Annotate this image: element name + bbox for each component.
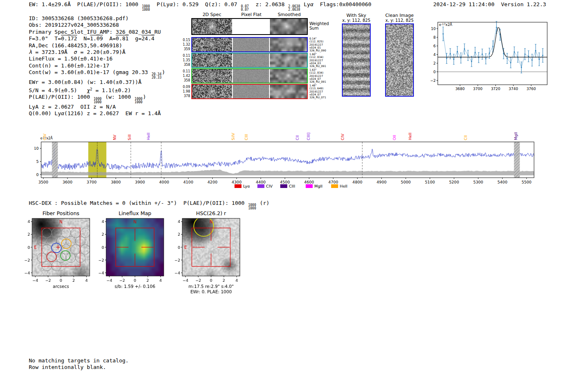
spec2d-weighted-strip (191, 18, 308, 35)
spec2d-row-strip (191, 68, 308, 84)
svg-text:3700: 3700 (87, 180, 97, 184)
svg-text:−4: −4 (33, 278, 38, 283)
svg-text:5000: 5000 (401, 180, 411, 184)
info-line: ID: 3005336268 (3005336268.pdf) (29, 15, 165, 22)
svg-text:−2: −2 (119, 278, 125, 283)
svg-text:2: 2 (146, 278, 149, 283)
svg-text:NV: NV (112, 135, 117, 140)
cleanimage-image (386, 24, 413, 96)
svg-text:CIV: CIV (266, 184, 273, 188)
spec2d-smoothed-image (270, 53, 307, 67)
svg-text:−2: −2 (195, 278, 201, 283)
version-label: Version 1.22.3 (501, 1, 546, 7)
svg-text:2: 2 (223, 278, 225, 283)
spec2d-pixelflat-image (233, 38, 269, 51)
svg-text:4200: 4200 (207, 180, 217, 184)
spec2d-2d-image (192, 38, 232, 51)
svg-text:5400: 5400 (497, 180, 507, 184)
svg-text:CIII]: CIII] (306, 132, 311, 140)
info-line: LineFlux = 1.50(±0.41)e-16 (29, 56, 165, 62)
spec2d-2d-image (192, 69, 232, 83)
svg-text:s/b: 1.59 +/- 0.106: s/b: 1.59 +/- 0.106 (115, 284, 156, 289)
spec2d-smoothed-image (270, 38, 307, 51)
spec2d-row-scale-labels: 0.091.98378 (177, 85, 190, 98)
svg-text:5200: 5200 (449, 180, 459, 184)
svg-text:arcsecs: arcsecs (53, 284, 69, 289)
svg-text:−2: −2 (45, 278, 51, 283)
svg-text:4100: 4100 (183, 180, 193, 184)
spec2d-header-smoothed: Smoothed (270, 12, 308, 17)
svg-text:3700: 3700 (473, 87, 483, 91)
svg-text:−4: −4 (183, 278, 188, 283)
svg-text:3740: 3740 (509, 87, 518, 91)
svg-text:3800: 3800 (111, 180, 121, 184)
svg-text:−4: −4 (107, 278, 112, 283)
svg-text:3720: 3720 (491, 87, 500, 91)
svg-text:0: 0 (210, 278, 212, 283)
svg-text:10: 10 (35, 146, 39, 151)
svg-text:2: 2 (178, 232, 180, 237)
svg-text:5100: 5100 (425, 180, 435, 184)
svg-text:MgII: MgII (314, 184, 323, 188)
svg-text:e-17x2Å: e-17x2Å (439, 22, 452, 27)
svg-text:3600: 3600 (63, 180, 72, 184)
spec2d-smoothed-image (270, 69, 307, 83)
info-line: EWr = 3.00(±0.84) (w: 1.40(±0.37))Å (29, 79, 165, 86)
info-line: Cont(n) = 1.60(±0.12)e-17 (29, 63, 165, 69)
spec2d-row-annotations: 1.60"(112, 834)20191227v024_03326_RU_091 (309, 53, 338, 68)
cleanimage-coords: x, y: 112, 825 (382, 18, 417, 23)
zoom-spectrum-chart: 36803700372037403760−20246810e-17x2Å (424, 17, 551, 96)
spec2d-pixelflat-image (233, 85, 269, 98)
spec2d-pixelflat-image (233, 53, 269, 67)
svg-text:CIII: CIII (289, 184, 295, 188)
svg-text:4: 4 (28, 219, 30, 224)
spec2d-smoothed-image (270, 85, 307, 98)
timestamp: 2024-12-29 11:24:00 (433, 1, 495, 7)
info-line: F=3.0" T=0.172 N=1.09 A=0.81 g=24.4 (29, 35, 165, 42)
svg-text:E: E (34, 245, 37, 250)
info-line: Q(0.00) Lyα(1216) z = 2.0627 EW r = 1.4Å (29, 110, 165, 117)
svg-text:10: 10 (431, 27, 436, 31)
svg-text:Lyα: Lyα (243, 184, 250, 188)
svg-text:4300: 4300 (232, 180, 242, 184)
spec2d-2d-image (192, 85, 232, 98)
svg-text:−2: −2 (430, 79, 436, 83)
spec2d-row-scale-labels: 0.111.42358 (177, 69, 190, 83)
svg-text:2: 2 (433, 61, 436, 65)
svg-text:SiII: SiII (127, 135, 132, 140)
info-line: RA,Dec (166.484253,50.496918) (29, 42, 165, 49)
spec2d-header-pixelflat: Pixel Flat (233, 12, 269, 17)
spec2d-row-strip (191, 53, 308, 68)
svg-text:2: 2 (102, 232, 104, 237)
withsky-coords: x, y: 112, 825 (339, 18, 374, 23)
svg-text:−4: −4 (174, 271, 180, 275)
svg-text:−2: −2 (174, 258, 180, 262)
svg-text:N: N (209, 220, 212, 224)
svg-text:m:17.5 re:2.9" s:4.0": m:17.5 re:2.9" s:4.0" (188, 284, 234, 289)
spec2d-row-strip (191, 37, 308, 52)
svg-text:3500: 3500 (38, 180, 48, 184)
footer-line: Row intentionally blank. (29, 364, 129, 371)
footer-notes: No matching targets in catalog.Row inten… (29, 357, 129, 371)
info-line: Cont(w) = 3.60(±0.01)e-17 (gmag 20.33 20… (29, 69, 165, 79)
svg-text:8: 8 (433, 35, 436, 39)
svg-text:0: 0 (36, 172, 39, 177)
info-line: P(LAE)/P(OII): 1000 10001000 (w: 1000 10… (29, 94, 165, 104)
svg-text:HeII: HeII (340, 184, 348, 188)
info-line: LyA z = 2.0627 OII z = N/A (29, 104, 165, 110)
svg-text:3760: 3760 (527, 87, 536, 91)
svg-text:N: N (59, 220, 62, 224)
svg-text:CII: CII (295, 135, 300, 140)
svg-text:CIV: CIV (340, 134, 345, 140)
withsky-image-frame (342, 23, 371, 97)
svg-text:4000: 4000 (159, 180, 169, 184)
svg-text:CIII: CIII (244, 134, 249, 140)
spec2d-row-strip (191, 84, 308, 99)
svg-text:4600: 4600 (304, 180, 314, 184)
svg-text:4800: 4800 (353, 180, 362, 184)
svg-text:0: 0 (102, 245, 104, 250)
svg-text:SiIV: SiIV (231, 133, 235, 140)
weighted-sum-label: Weighted Sum (309, 21, 329, 30)
svg-text:4: 4 (433, 53, 436, 57)
svg-text:4: 4 (178, 219, 180, 224)
